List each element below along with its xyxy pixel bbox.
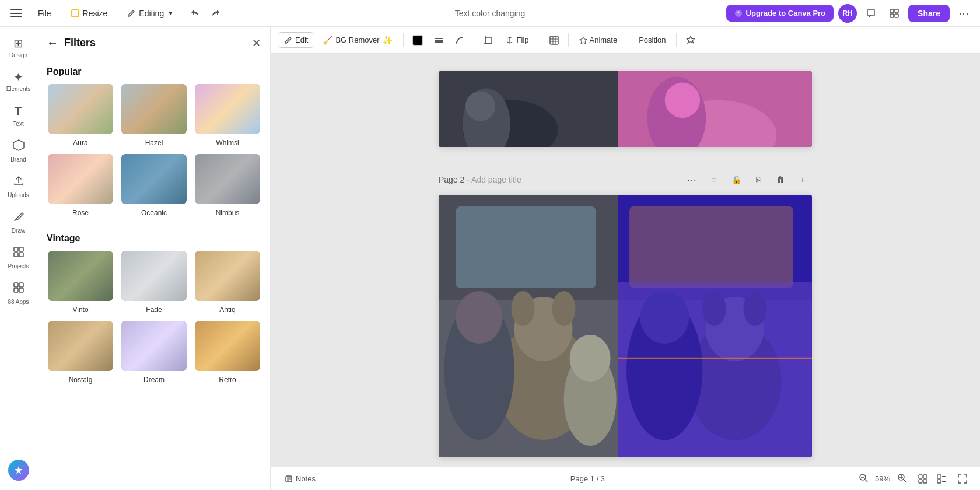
menu-button[interactable] xyxy=(7,4,26,23)
filter-thumb-hazel[interactable] xyxy=(120,83,188,135)
file-button[interactable]: File xyxy=(30,5,59,22)
filters-back-button[interactable]: ← xyxy=(47,36,58,50)
page-2-icons: ⋯ ≡ 🔒 ⎘ 🗑 + xyxy=(682,170,812,189)
svg-rect-77 xyxy=(942,481,946,482)
page-2-wrapper: Page 2 - Add page title ⋯ ≡ 🔒 ⎘ 🗑 + xyxy=(439,170,812,457)
filter-item-antiq[interactable]: Antiq xyxy=(194,250,261,314)
resize-button[interactable]: Resize xyxy=(64,5,116,22)
page-2-canvas[interactable] xyxy=(439,195,812,457)
magic-icon xyxy=(13,465,24,475)
more-options-button[interactable] xyxy=(681,31,700,50)
filters-close-button[interactable]: ✕ xyxy=(252,37,261,50)
svg-rect-70 xyxy=(919,475,922,478)
filter-name-whimsi: Whimsi xyxy=(216,139,239,147)
sidebar-item-draw[interactable]: Draw xyxy=(1,205,36,239)
redo-button[interactable] xyxy=(206,4,225,23)
filter-item-oceanic[interactable]: Oceanic xyxy=(120,153,188,217)
editing-button[interactable]: Editing ▼ xyxy=(120,5,181,22)
popular-section-title: Popular xyxy=(37,57,270,83)
comments-button[interactable] xyxy=(862,4,880,23)
page-delete-button[interactable]: 🗑 xyxy=(771,170,790,189)
edit-button[interactable]: Edit xyxy=(278,32,314,48)
undo-button[interactable] xyxy=(186,4,204,23)
page-notes-button[interactable]: ≡ xyxy=(705,170,723,189)
more-button[interactable]: ⋯ xyxy=(954,4,973,23)
crop-button[interactable] xyxy=(479,31,498,50)
magic-button[interactable] xyxy=(8,460,29,481)
filter-item-dream[interactable]: Dream xyxy=(120,320,188,384)
share-button[interactable]: Share xyxy=(908,5,950,22)
page-2-title-placeholder[interactable]: Add page title xyxy=(471,175,522,184)
page-copy-button[interactable]: ⎘ xyxy=(749,170,768,189)
sidebar-item-text[interactable]: T Text xyxy=(1,99,36,132)
grid-view-toggle[interactable] xyxy=(915,471,931,487)
filter-thumb-dream[interactable] xyxy=(120,320,188,372)
filter-thumb-whimsi[interactable] xyxy=(194,83,261,135)
filter-item-nostalg[interactable]: Nostalg xyxy=(47,320,114,384)
zoom-in-button[interactable] xyxy=(894,471,910,487)
filter-name-retro: Retro xyxy=(219,376,236,384)
flip-button[interactable]: Flip xyxy=(500,33,535,47)
filter-item-whimsi[interactable]: Whimsi xyxy=(194,83,261,147)
svg-rect-2 xyxy=(10,16,22,18)
page-lock-button[interactable]: 🔒 xyxy=(727,170,746,189)
sidebar-item-brand[interactable]: Brand xyxy=(1,134,36,167)
sidebar-item-apps[interactable]: 88 Apps xyxy=(1,276,36,310)
filter-item-rose[interactable]: Rose xyxy=(47,153,114,217)
filter-thumb-nimbus[interactable] xyxy=(194,153,261,205)
filter-item-hazel[interactable]: Hazel xyxy=(120,83,188,147)
filter-thumb-nostalg[interactable] xyxy=(47,320,114,372)
grid-view-button[interactable] xyxy=(885,4,904,23)
editing-icon xyxy=(127,9,135,18)
filter-thumb-retro[interactable] xyxy=(194,320,261,372)
animate-button[interactable]: Animate xyxy=(573,33,624,47)
notes-button[interactable]: Notes xyxy=(280,472,320,485)
page-add-button[interactable]: + xyxy=(793,170,812,189)
sidebar-item-elements[interactable]: ✦ Elements xyxy=(1,65,36,97)
avatar[interactable]: RH xyxy=(838,4,857,23)
filter-thumb-fade[interactable] xyxy=(120,250,188,302)
filter-thumb-rose[interactable] xyxy=(47,153,114,205)
filter-item-aura[interactable]: Aura xyxy=(47,83,114,147)
svg-rect-15 xyxy=(19,283,23,287)
notes-icon xyxy=(285,475,293,483)
fullscreen-button[interactable] xyxy=(954,471,971,487)
corner-button[interactable] xyxy=(450,31,469,50)
filter-thumb-aura[interactable] xyxy=(47,83,114,135)
main-area: ⊞ Design ✦ Elements T Text Brand xyxy=(0,27,980,490)
vintage-filters-grid: Vinto Fade Antiq xyxy=(37,250,270,388)
filter-thumb-vinto[interactable] xyxy=(47,250,114,302)
page-1-left-photo xyxy=(439,71,618,147)
canvas-scroll[interactable]: Page 2 - Add page title ⋯ ≡ 🔒 ⎘ 🗑 + xyxy=(271,54,980,467)
svg-rect-39 xyxy=(456,206,596,288)
undo-redo-group xyxy=(186,4,225,23)
filter-name-nimbus: Nimbus xyxy=(216,209,240,217)
sidebar-item-projects[interactable]: Projects xyxy=(1,241,36,274)
sidebar-item-design[interactable]: ⊞ Design xyxy=(1,32,36,63)
lines-button[interactable] xyxy=(429,31,448,50)
grid-filter-button[interactable] xyxy=(545,31,564,50)
position-button[interactable]: Position xyxy=(633,33,671,47)
svg-rect-8 xyxy=(895,14,898,18)
color-picker-button[interactable] xyxy=(408,31,427,50)
svg-rect-11 xyxy=(19,247,23,251)
sidebar-item-uploads[interactable]: Uploads xyxy=(1,170,36,203)
filter-item-retro[interactable]: Retro xyxy=(194,320,261,384)
list-view-toggle[interactable] xyxy=(933,471,950,487)
filter-item-fade[interactable]: Fade xyxy=(120,250,188,314)
upgrade-button[interactable]: Upgrade to Canva Pro xyxy=(726,5,834,22)
zoom-out-button[interactable] xyxy=(855,471,872,487)
page-emoji-button[interactable]: ⋯ xyxy=(682,170,701,189)
filter-item-nimbus[interactable]: Nimbus xyxy=(194,153,261,217)
bg-remover-button[interactable]: 🧹 BG Remover ✨ xyxy=(317,33,398,48)
filter-name-antiq: Antiq xyxy=(219,306,235,314)
elements-icon: ✦ xyxy=(13,70,23,84)
filter-name-fade: Fade xyxy=(146,306,162,314)
page-1-canvas[interactable] xyxy=(439,71,812,147)
filters-panel: ← Filters ✕ Popular Aura Hazel xyxy=(37,27,271,490)
filter-thumb-oceanic[interactable] xyxy=(120,153,188,205)
zoom-controls: 59% xyxy=(855,471,910,487)
svg-rect-10 xyxy=(14,247,18,251)
filter-item-vinto[interactable]: Vinto xyxy=(47,250,114,314)
filter-thumb-antiq[interactable] xyxy=(194,250,261,302)
